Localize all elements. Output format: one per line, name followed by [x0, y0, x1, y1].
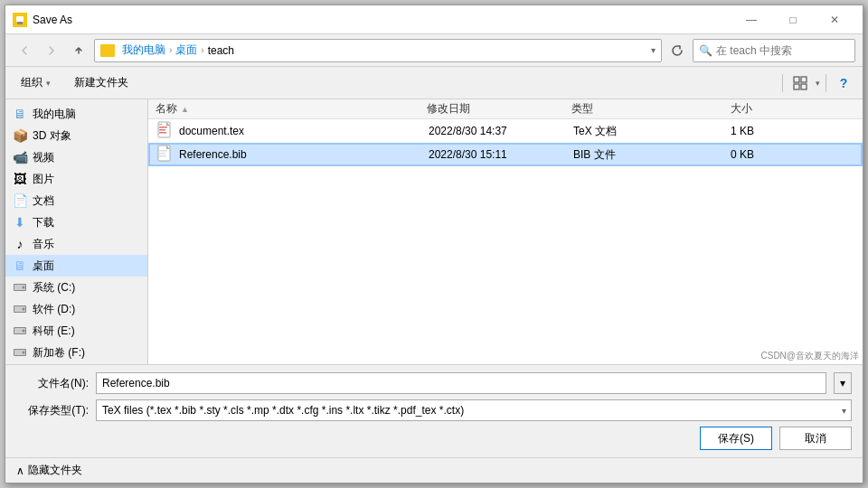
- view-toggle-button[interactable]: [788, 71, 812, 95]
- svg-rect-5: [794, 84, 799, 89]
- bib-file-icon: [157, 145, 174, 165]
- watermark: CSDN@音欢夏天的海洋: [761, 350, 860, 362]
- file-name-bib: Reference.bib: [157, 145, 429, 165]
- breadcrumb-sep-1: ›: [169, 45, 172, 55]
- hide-folders-toggle[interactable]: ∧ 隐藏文件夹: [16, 463, 82, 478]
- close-button[interactable]: ✕: [814, 5, 855, 34]
- col-size-header[interactable]: 大小: [680, 101, 752, 117]
- filename-label: 文件名(N):: [16, 376, 89, 391]
- view-controls: ▾ ?: [780, 71, 855, 95]
- new-folder-button[interactable]: 新建文件夹: [66, 71, 137, 95]
- minimize-button[interactable]: —: [731, 5, 772, 34]
- dialog-title: Save As: [33, 14, 731, 26]
- organize-button[interactable]: 组织 ▾: [13, 71, 59, 95]
- breadcrumb: 我的电脑 › 桌面 › teach: [122, 42, 234, 58]
- sidebar-item-downloads[interactable]: ⬇ 下载: [5, 211, 147, 233]
- tex-file-icon: ✂: [157, 121, 174, 142]
- folder-image-icon: 🖼: [13, 172, 27, 186]
- save-as-dialog: Save As — □ ✕ 我的电脑 › 桌面 › teach ▾: [5, 5, 863, 483]
- filename-dropdown-button[interactable]: ▾: [834, 372, 852, 394]
- col-type-header[interactable]: 类型: [571, 101, 680, 117]
- sidebar-item-drive-e[interactable]: 科研 (E:): [5, 320, 147, 342]
- computer-icon: 🖥: [13, 107, 27, 121]
- filetype-select[interactable]: TeX files (*.tex *.bib *.sty *.cls *.mp …: [96, 399, 852, 421]
- sidebar-item-label: 图片: [33, 172, 54, 187]
- main-area: 🖥 我的电脑 📦 3D 对象 📹 视频 🖼 图片 📄 文档 ⬇ 下载: [5, 99, 863, 364]
- svg-rect-2: [17, 22, 23, 24]
- address-bar[interactable]: 我的电脑 › 桌面 › teach ▾: [94, 39, 662, 62]
- search-icon: 🔍: [699, 44, 712, 57]
- sidebar-item-computer[interactable]: 🖥 我的电脑: [5, 103, 147, 125]
- view-chevron-icon: ▾: [816, 79, 820, 88]
- address-chevron-icon[interactable]: ▾: [651, 45, 656, 55]
- maximize-button[interactable]: □: [772, 5, 814, 34]
- svg-rect-3: [794, 77, 799, 82]
- sidebar: 🖥 我的电脑 📦 3D 对象 📹 视频 🖼 图片 📄 文档 ⬇ 下载: [5, 99, 148, 364]
- breadcrumb-sep-2: ›: [201, 45, 203, 55]
- svg-rect-4: [801, 77, 807, 82]
- save-form: 文件名(N): ▾ 保存类型(T): TeX files (*.tex *.bi…: [5, 364, 863, 457]
- drive-e-icon: [13, 324, 27, 338]
- sidebar-item-images[interactable]: 🖼 图片: [5, 168, 147, 190]
- sidebar-item-label: 视频: [33, 150, 54, 165]
- sidebar-item-label: 音乐: [33, 237, 54, 252]
- file-row-tex[interactable]: ✂ document.tex 2022/8/30 14:37 TeX 文档 1 …: [148, 119, 863, 143]
- window-controls: — □ ✕: [731, 5, 855, 34]
- footer-bar: ∧ 隐藏文件夹: [5, 457, 863, 483]
- breadcrumb-part-1: 我的电脑: [122, 42, 165, 58]
- sidebar-item-drive-f[interactable]: 新加卷 (F:): [5, 342, 147, 363]
- svg-point-15: [23, 330, 25, 333]
- folder-icon: [100, 44, 115, 57]
- sidebar-item-video[interactable]: 📹 视频: [5, 146, 147, 168]
- svg-point-9: [23, 286, 25, 289]
- svg-rect-28: [159, 150, 167, 152]
- sidebar-item-docs[interactable]: 📄 文档: [5, 190, 147, 211]
- folder-video-icon: 📹: [13, 150, 27, 164]
- up-button[interactable]: [67, 39, 90, 62]
- col-name-header[interactable]: 名称 ▲: [156, 101, 427, 117]
- sidebar-item-drive-c[interactable]: 系统 (C:): [5, 277, 147, 298]
- svg-rect-25: [159, 132, 166, 134]
- svg-rect-29: [159, 153, 165, 155]
- search-input[interactable]: [716, 44, 849, 57]
- forward-button[interactable]: [40, 39, 63, 62]
- file-type-bib: BIB 文件: [573, 147, 682, 163]
- search-box[interactable]: 🔍: [693, 39, 855, 62]
- folder-music-icon: ♪: [13, 237, 27, 251]
- col-date-header[interactable]: 修改日期: [427, 101, 571, 117]
- sidebar-item-desktop[interactable]: 🖥 桌面: [5, 255, 147, 277]
- back-button[interactable]: [13, 39, 36, 62]
- dialog-icon: [13, 13, 27, 27]
- file-date-bib: 2022/8/30 15:11: [429, 148, 573, 161]
- divider: [782, 74, 783, 92]
- file-row-bib[interactable]: Reference.bib 2022/8/30 15:11 BIB 文件 0 K…: [148, 143, 863, 166]
- file-type-tex: TeX 文档: [573, 124, 682, 139]
- sidebar-item-music[interactable]: ♪ 音乐: [5, 233, 147, 255]
- filename-input[interactable]: [96, 372, 826, 394]
- action-buttons: 保存(S) 取消: [16, 427, 852, 450]
- sidebar-item-3d[interactable]: 📦 3D 对象: [5, 125, 147, 146]
- divider2: [826, 74, 826, 92]
- svg-point-18: [23, 352, 25, 354]
- sidebar-item-label: 桌面: [33, 258, 54, 274]
- sidebar-item-label: 系统 (C:): [33, 280, 75, 296]
- sidebar-item-label: 我的电脑: [33, 107, 76, 122]
- file-size-bib: 0 KB: [682, 148, 754, 161]
- filetype-select-wrapper: TeX files (*.tex *.bib *.sty *.cls *.mp …: [96, 399, 852, 421]
- file-name-text: document.tex: [179, 125, 244, 137]
- help-button[interactable]: ?: [832, 71, 855, 95]
- cancel-button[interactable]: 取消: [779, 427, 852, 450]
- drive-c-icon: [13, 280, 27, 295]
- sidebar-item-drive-d[interactable]: 软件 (D:): [5, 298, 147, 320]
- sidebar-item-label: 软件 (D:): [33, 302, 75, 317]
- drive-d-icon: [13, 302, 27, 316]
- sidebar-item-label: 新加卷 (F:): [33, 345, 85, 361]
- footer-label: 隐藏文件夹: [28, 463, 82, 478]
- footer-chevron-icon: ∧: [16, 465, 24, 477]
- title-bar: Save As — □ ✕: [5, 5, 863, 34]
- sidebar-item-label: 3D 对象: [33, 128, 71, 144]
- save-button[interactable]: 保存(S): [700, 427, 772, 450]
- breadcrumb-part-3: teach: [208, 44, 234, 57]
- refresh-button[interactable]: [665, 39, 689, 62]
- file-list: 名称 ▲ 修改日期 类型 大小: [148, 99, 863, 364]
